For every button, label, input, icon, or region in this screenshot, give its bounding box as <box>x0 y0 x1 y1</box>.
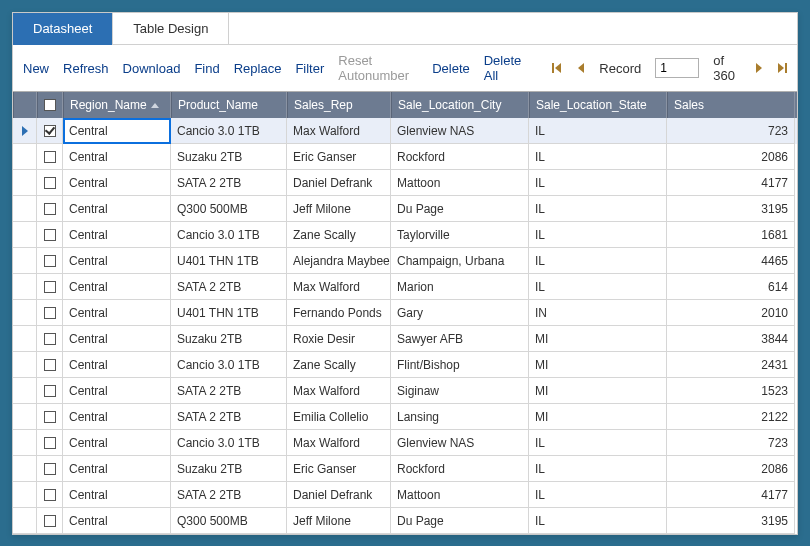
cell-sale-location-state[interactable]: IN <box>529 300 667 326</box>
cell-sales[interactable]: 1523 <box>667 378 795 404</box>
cell-sales-rep[interactable]: Max Walford <box>287 430 391 456</box>
cell-sales[interactable]: 3195 <box>667 196 795 222</box>
cell-sale-location-city[interactable]: Flint/Bishop <box>391 352 529 378</box>
cell-sales[interactable]: 4177 <box>667 170 795 196</box>
row-indicator-cell[interactable] <box>13 248 37 274</box>
table-row[interactable]: CentralSATA 2 2TBEmilia CollelioLansingM… <box>13 404 797 430</box>
refresh-button[interactable]: Refresh <box>63 61 109 76</box>
delete-button[interactable]: Delete <box>432 61 470 76</box>
cell-product-name[interactable]: Suzaku 2TB <box>171 326 287 352</box>
cell-sale-location-city[interactable]: Rockford <box>391 144 529 170</box>
cell-sales-rep[interactable]: Alejandra Maybee <box>287 248 391 274</box>
row-indicator-cell[interactable] <box>13 170 37 196</box>
row-checkbox-cell[interactable] <box>37 144 63 170</box>
cell-region-name[interactable]: Central <box>63 222 171 248</box>
cell-sale-location-city[interactable]: Siginaw <box>391 378 529 404</box>
cell-sales-rep[interactable]: Daniel Defrank <box>287 482 391 508</box>
row-checkbox[interactable] <box>44 515 56 527</box>
cell-sale-location-city[interactable]: Mattoon <box>391 482 529 508</box>
row-checkbox-cell[interactable] <box>37 196 63 222</box>
cell-sales-rep[interactable]: Roxie Desir <box>287 326 391 352</box>
cell-product-name[interactable]: Cancio 3.0 1TB <box>171 352 287 378</box>
cell-product-name[interactable]: SATA 2 2TB <box>171 482 287 508</box>
cell-region-name[interactable]: Central <box>63 482 171 508</box>
table-row[interactable]: CentralCancio 3.0 1TBMax WalfordGlenview… <box>13 430 797 456</box>
table-row[interactable]: CentralSATA 2 2TBDaniel DefrankMattoonIL… <box>13 170 797 196</box>
row-checkbox[interactable] <box>44 307 56 319</box>
table-row[interactable]: CentralCancio 3.0 1TBZane ScallyTaylorvi… <box>13 222 797 248</box>
cell-product-name[interactable]: Q300 500MB <box>171 196 287 222</box>
cell-product-name[interactable]: U401 THN 1TB <box>171 248 287 274</box>
download-button[interactable]: Download <box>123 61 181 76</box>
cell-region-name[interactable]: Central <box>63 430 171 456</box>
cell-sale-location-city[interactable]: Glenview NAS <box>391 430 529 456</box>
cell-sale-location-city[interactable]: Taylorville <box>391 222 529 248</box>
row-checkbox-cell[interactable] <box>37 378 63 404</box>
cell-sales[interactable]: 4177 <box>667 482 795 508</box>
cell-sale-location-state[interactable]: IL <box>529 482 667 508</box>
cell-sale-location-state[interactable]: IL <box>529 430 667 456</box>
cell-sale-location-state[interactable]: IL <box>529 144 667 170</box>
cell-sales[interactable]: 723 <box>667 430 795 456</box>
cell-sales-rep[interactable]: Max Walford <box>287 118 391 144</box>
nav-next-icon[interactable] <box>754 62 763 74</box>
header-sale-location-city[interactable]: Sale_Location_City <box>391 92 529 118</box>
cell-sale-location-city[interactable]: Marion <box>391 274 529 300</box>
cell-sale-location-city[interactable]: Champaign, Urbana <box>391 248 529 274</box>
row-indicator-cell[interactable] <box>13 352 37 378</box>
cell-sales[interactable]: 2122 <box>667 404 795 430</box>
table-row[interactable]: CentralSATA 2 2TBMax WalfordSiginawMI152… <box>13 378 797 404</box>
cell-sales-rep[interactable]: Daniel Defrank <box>287 170 391 196</box>
row-checkbox-cell[interactable] <box>37 352 63 378</box>
cell-region-name[interactable]: Central <box>63 378 171 404</box>
table-row[interactable]: CentralSATA 2 2TBDaniel DefrankMattoonIL… <box>13 482 797 508</box>
table-row[interactable]: CentralSATA 2 2TBMax WalfordMarionIL614 <box>13 274 797 300</box>
cell-region-name[interactable]: Central <box>63 326 171 352</box>
row-checkbox-cell[interactable] <box>37 274 63 300</box>
cell-sale-location-city[interactable]: Gary <box>391 300 529 326</box>
header-sales-rep[interactable]: Sales_Rep <box>287 92 391 118</box>
row-checkbox[interactable] <box>44 463 56 475</box>
header-sales[interactable]: Sales <box>667 92 795 118</box>
table-row[interactable]: CentralSuzaku 2TBRoxie DesirSawyer AFBMI… <box>13 326 797 352</box>
cell-sale-location-city[interactable]: Du Page <box>391 508 529 534</box>
cell-sales-rep[interactable]: Fernando Ponds <box>287 300 391 326</box>
row-checkbox[interactable] <box>44 229 56 241</box>
row-indicator-cell[interactable] <box>13 222 37 248</box>
cell-sales-rep[interactable]: Zane Scally <box>287 222 391 248</box>
cell-sale-location-city[interactable]: Rockford <box>391 456 529 482</box>
table-row[interactable]: CentralCancio 3.0 1TBZane ScallyFlint/Bi… <box>13 352 797 378</box>
cell-product-name[interactable]: Suzaku 2TB <box>171 144 287 170</box>
cell-product-name[interactable]: Cancio 3.0 1TB <box>171 430 287 456</box>
cell-sales-rep[interactable]: Max Walford <box>287 378 391 404</box>
filter-button[interactable]: Filter <box>295 61 324 76</box>
cell-sales[interactable]: 4465 <box>667 248 795 274</box>
cell-sale-location-state[interactable]: IL <box>529 196 667 222</box>
table-row[interactable]: CentralSuzaku 2TBEric GanserRockfordIL20… <box>13 144 797 170</box>
row-indicator-cell[interactable] <box>13 274 37 300</box>
row-checkbox[interactable] <box>44 151 56 163</box>
cell-sale-location-state[interactable]: MI <box>529 404 667 430</box>
row-indicator-cell[interactable] <box>13 508 37 534</box>
cell-sale-location-state[interactable]: IL <box>529 508 667 534</box>
row-checkbox-cell[interactable] <box>37 482 63 508</box>
cell-sale-location-state[interactable]: IL <box>529 222 667 248</box>
row-checkbox[interactable] <box>44 489 56 501</box>
select-all-checkbox[interactable] <box>44 99 56 111</box>
new-button[interactable]: New <box>23 61 49 76</box>
row-checkbox[interactable] <box>44 437 56 449</box>
cell-sales-rep[interactable]: Max Walford <box>287 274 391 300</box>
header-region-name[interactable]: Region_Name <box>63 92 171 118</box>
row-checkbox-cell[interactable] <box>37 170 63 196</box>
cell-product-name[interactable]: SATA 2 2TB <box>171 170 287 196</box>
cell-sales[interactable]: 614 <box>667 274 795 300</box>
row-checkbox-cell[interactable] <box>37 118 63 144</box>
row-checkbox-cell[interactable] <box>37 222 63 248</box>
delete-all-button[interactable]: Delete All <box>484 53 525 83</box>
row-indicator-cell[interactable] <box>13 430 37 456</box>
cell-region-name[interactable]: Central <box>63 404 171 430</box>
cell-sales[interactable]: 3844 <box>667 326 795 352</box>
cell-sale-location-state[interactable]: IL <box>529 170 667 196</box>
cell-sales[interactable]: 1681 <box>667 222 795 248</box>
row-checkbox-cell[interactable] <box>37 430 63 456</box>
